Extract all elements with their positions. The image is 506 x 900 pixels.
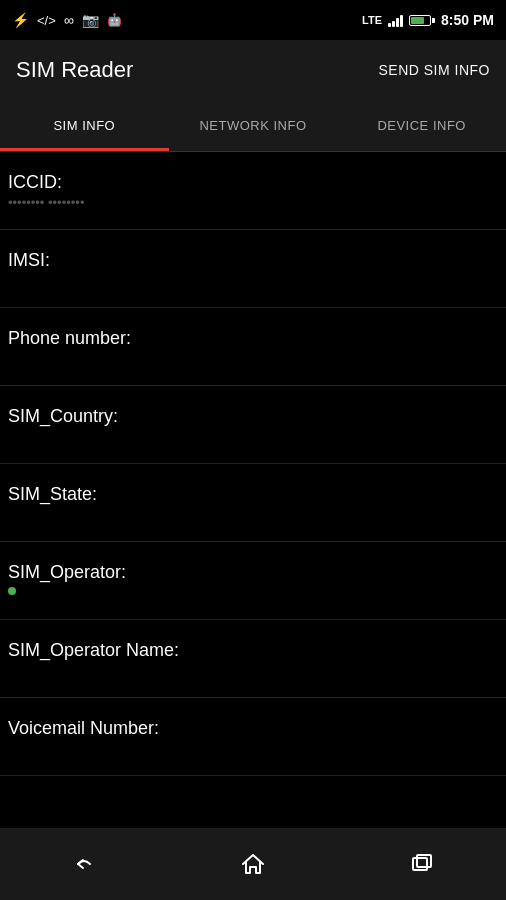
- voicemail-label: Voicemail Number:: [8, 718, 498, 739]
- tab-device-info[interactable]: DEVICE INFO: [337, 100, 506, 151]
- voicemail-row: Voicemail Number:: [0, 698, 506, 776]
- camera-icon: 📷: [82, 12, 99, 28]
- app-bar: SIM Reader SEND SIM INFO: [0, 40, 506, 100]
- operator-indicator: [8, 587, 16, 595]
- signal-icon: [388, 13, 403, 27]
- phone-number-label: Phone number:: [8, 328, 498, 349]
- status-bar-right: LTE 8:50 PM: [362, 12, 494, 28]
- phone-number-row: Phone number:: [0, 308, 506, 386]
- battery-icon: [409, 15, 435, 26]
- lte-badge: LTE: [362, 14, 382, 26]
- tab-sim-info[interactable]: SIM INFO: [0, 100, 169, 151]
- nav-bar: [0, 828, 506, 900]
- code-icon: </>: [37, 13, 56, 28]
- recents-button[interactable]: [392, 834, 452, 894]
- back-button[interactable]: [54, 834, 114, 894]
- home-icon: [240, 851, 266, 877]
- sim-info-content: ICCID: •••••••• •••••••• IMSI: Phone num…: [0, 152, 506, 776]
- sim-state-label: SIM_State:: [8, 484, 498, 505]
- sim-operator-label: SIM_Operator:: [8, 562, 498, 583]
- back-icon: [70, 850, 98, 878]
- tab-network-info[interactable]: NETWORK INFO: [169, 100, 338, 151]
- iccid-row: ICCID: •••••••• ••••••••: [0, 152, 506, 230]
- send-sim-info-button[interactable]: SEND SIM INFO: [378, 62, 490, 78]
- usb-icon: ⚡: [12, 12, 29, 28]
- sim-country-row: SIM_Country:: [0, 386, 506, 464]
- sim-operator-name-label: SIM_Operator Name:: [8, 640, 498, 661]
- status-bar: ⚡ </> ∞ 📷 🤖 LTE 8:50 PM: [0, 0, 506, 40]
- headset-icon: ∞: [64, 12, 74, 28]
- sim-state-row: SIM_State:: [0, 464, 506, 542]
- tab-bar: SIM INFO NETWORK INFO DEVICE INFO: [0, 100, 506, 152]
- app-title: SIM Reader: [16, 57, 133, 83]
- status-bar-left: ⚡ </> ∞ 📷 🤖: [12, 12, 122, 28]
- imsi-label: IMSI:: [8, 250, 498, 271]
- iccid-label: ICCID:: [8, 172, 498, 193]
- imsi-row: IMSI:: [0, 230, 506, 308]
- sim-operator-row: SIM_Operator:: [0, 542, 506, 620]
- iccid-value: •••••••• ••••••••: [8, 195, 498, 210]
- sim-country-label: SIM_Country:: [8, 406, 498, 427]
- svg-rect-1: [417, 855, 431, 867]
- android-icon: 🤖: [107, 13, 122, 27]
- home-button[interactable]: [223, 834, 283, 894]
- recents-icon: [410, 852, 434, 876]
- svg-rect-0: [413, 858, 427, 870]
- sim-operator-name-row: SIM_Operator Name:: [0, 620, 506, 698]
- time-display: 8:50 PM: [441, 12, 494, 28]
